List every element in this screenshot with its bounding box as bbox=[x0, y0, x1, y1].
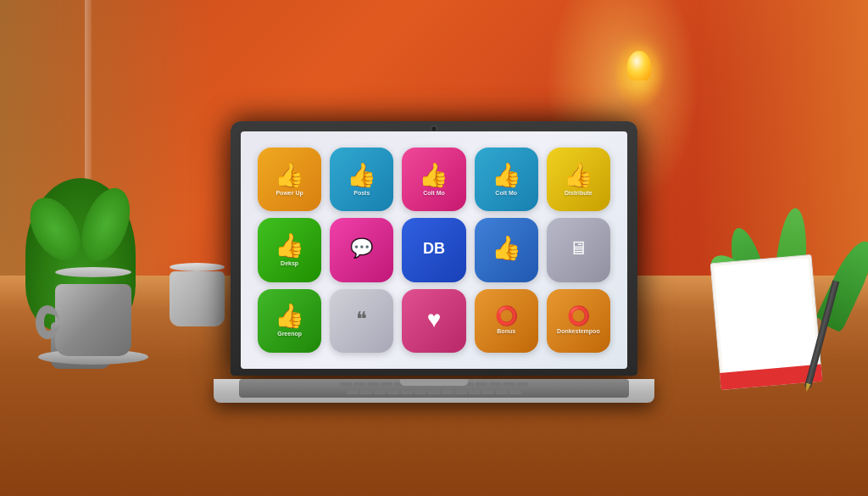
icon-6-symbol: 👍 bbox=[275, 234, 304, 258]
icon-5-label: Distribute bbox=[565, 190, 593, 196]
key bbox=[462, 382, 474, 387]
key bbox=[489, 382, 501, 387]
app-icon-7[interactable]: 💬 bbox=[330, 218, 393, 281]
icon-9-symbol: 👍 bbox=[492, 237, 521, 260]
mug-handle bbox=[36, 305, 59, 339]
key bbox=[509, 390, 521, 394]
icon-1-symbol: 👍 bbox=[275, 164, 304, 187]
screen-content: 👍 Power Up 👍 Posts 👍 Colt Mo 👍 Colt Mo bbox=[241, 131, 627, 369]
icon-6-label: Deksp bbox=[281, 260, 298, 266]
app-icon-2[interactable]: 👍 Posts bbox=[330, 148, 393, 211]
laptop: 👍 Power Up 👍 Posts 👍 Colt Mo 👍 Colt Mo bbox=[214, 121, 654, 403]
laptop-screen-outer: 👍 Power Up 👍 Posts 👍 Colt Mo 👍 Colt Mo bbox=[231, 121, 637, 376]
key bbox=[455, 390, 467, 394]
icon-15-label: Donkestempoo bbox=[557, 328, 600, 334]
app-icon-5[interactable]: 👍 Distribute bbox=[547, 148, 610, 211]
icon-10-symbol: 🖥 bbox=[569, 239, 587, 258]
key bbox=[347, 390, 359, 394]
icon-11-label: Greenop bbox=[277, 331, 302, 337]
icon-11-symbol: 👍 bbox=[275, 304, 304, 328]
notepad bbox=[710, 254, 823, 390]
key bbox=[353, 382, 365, 387]
key bbox=[442, 390, 453, 394]
app-icon-15[interactable]: ⭕ Donkestempoo bbox=[547, 289, 610, 353]
key bbox=[381, 382, 392, 387]
icon-grid-row1: 👍 Power Up 👍 Posts 👍 Colt Mo 👍 Colt Mo bbox=[258, 148, 610, 211]
app-icon-8[interactable]: DB bbox=[402, 218, 465, 281]
coffee-mug bbox=[51, 267, 136, 365]
icon-14-symbol: ⭕ bbox=[495, 307, 518, 326]
key bbox=[421, 382, 433, 387]
key bbox=[408, 382, 420, 387]
key bbox=[503, 382, 515, 387]
app-icon-12[interactable]: ❝ bbox=[330, 289, 393, 353]
key bbox=[374, 390, 386, 394]
app-icon-4[interactable]: 👍 Colt Mo bbox=[475, 148, 538, 211]
key bbox=[394, 382, 406, 387]
key bbox=[496, 390, 508, 394]
key bbox=[448, 382, 460, 387]
laptop-keyboard bbox=[239, 379, 629, 398]
key bbox=[387, 390, 399, 394]
icon-7-symbol: 💬 bbox=[350, 239, 373, 258]
icon-4-label: Colt Mo bbox=[495, 190, 517, 196]
app-icon-9[interactable]: 👍 bbox=[475, 218, 538, 281]
key bbox=[401, 390, 413, 394]
icon-15-symbol: ⭕ bbox=[567, 307, 590, 326]
icon-2-symbol: 👍 bbox=[347, 164, 376, 187]
key bbox=[367, 382, 379, 387]
app-icon-1[interactable]: 👍 Power Up bbox=[258, 148, 321, 211]
laptop-base bbox=[214, 379, 654, 403]
icon-5-symbol: 👍 bbox=[564, 164, 593, 187]
app-icon-13[interactable]: ♥ bbox=[402, 289, 465, 353]
icon-2-label: Posts bbox=[353, 190, 370, 196]
icon-13-symbol: ♥ bbox=[427, 308, 442, 332]
key bbox=[428, 390, 440, 394]
key bbox=[469, 390, 481, 394]
app-icon-10[interactable]: 🖥 bbox=[547, 218, 610, 281]
icon-grid-row3: 👍 Greenop ❝ ♥ ⭕ Bonus bbox=[258, 289, 610, 353]
icon-4-symbol: 👍 bbox=[492, 164, 521, 187]
key bbox=[476, 382, 487, 387]
key bbox=[435, 382, 447, 387]
app-icon-6[interactable]: 👍 Deksp bbox=[258, 218, 321, 281]
mug-rim bbox=[55, 267, 131, 277]
mug-body bbox=[55, 284, 131, 356]
icon-12-symbol: ❝ bbox=[356, 309, 367, 330]
keyboard-row-2 bbox=[243, 390, 625, 394]
icon-8-symbol: DB bbox=[423, 241, 445, 256]
app-icon-14[interactable]: ⭕ Bonus bbox=[475, 289, 538, 353]
icon-3-label: Colt Mo bbox=[423, 190, 445, 196]
keyboard-row-1 bbox=[243, 382, 625, 387]
app-icon-11[interactable]: 👍 Greenop bbox=[258, 289, 321, 353]
key bbox=[340, 382, 352, 387]
key bbox=[415, 390, 426, 394]
icon-3-symbol: 👍 bbox=[419, 164, 448, 187]
icon-grid-row2: 👍 Deksp 💬 DB 👍 bbox=[258, 218, 610, 281]
key bbox=[360, 390, 372, 394]
key bbox=[482, 390, 494, 394]
key bbox=[516, 382, 528, 387]
icon-14-label: Bonus bbox=[497, 328, 515, 334]
laptop-screen: 👍 Power Up 👍 Posts 👍 Colt Mo 👍 Colt Mo bbox=[241, 131, 627, 369]
light-bulb bbox=[627, 51, 651, 81]
icon-1-label: Power Up bbox=[275, 190, 303, 196]
app-icon-3[interactable]: 👍 Colt Mo bbox=[402, 148, 465, 211]
